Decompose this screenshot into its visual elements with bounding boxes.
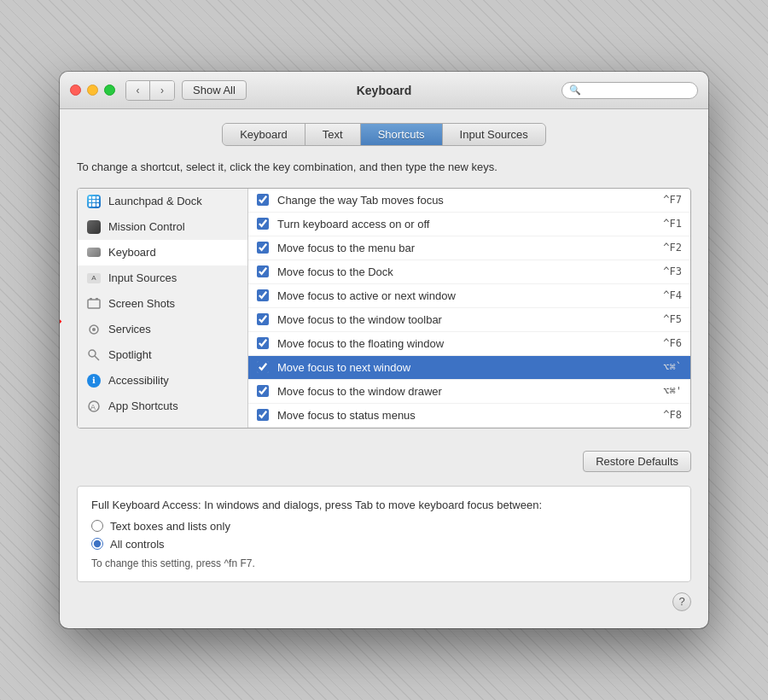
shortcut-label-2: Move focus to the menu bar — [277, 242, 663, 254]
main-panel: Launchpad & Dock Mission Control Keyboar… — [77, 188, 691, 429]
screenshots-icon — [86, 296, 102, 312]
shortcut-check-8[interactable] — [257, 385, 269, 397]
shortcut-label-3: Move focus to the Dock — [277, 265, 663, 278]
sidebar-item-services[interactable]: Services — [78, 317, 247, 342]
titlebar: ‹ › Show All Keyboard 🔍 — [60, 72, 708, 109]
search-input[interactable] — [585, 85, 687, 96]
keyboard-access-title: Full Keyboard Access: In windows and dia… — [91, 499, 677, 511]
sidebar: Launchpad & Dock Mission Control Keyboar… — [78, 189, 248, 428]
shortcut-row[interactable]: Move focus to the menu bar ^F2 — [248, 236, 690, 260]
shortcut-check-5[interactable] — [257, 313, 269, 325]
keyboard-window: ‹ › Show All Keyboard 🔍 Keyboard Text Sh… — [60, 72, 708, 627]
shortcut-key-7: ⌥⌘` — [663, 361, 682, 373]
shortcut-key-8: ⌥⌘' — [663, 385, 682, 397]
radio-all-controls[interactable]: All controls — [91, 538, 677, 551]
restore-defaults-button[interactable]: Restore Defaults — [583, 451, 691, 472]
sidebar-item-input-sources[interactable]: A Input Sources — [78, 265, 247, 291]
keyboard-access-panel: Full Keyboard Access: In windows and dia… — [77, 486, 691, 582]
instruction-text: To change a shortcut, select it, click t… — [77, 160, 691, 175]
shortcut-row[interactable]: Change the way Tab moves focus ^F7 — [248, 189, 690, 213]
sidebar-item-mission-control[interactable]: Mission Control — [78, 214, 247, 240]
radio-text-boxes-label: Text boxes and lists only — [110, 520, 230, 533]
tab-keyboard[interactable]: Keyboard — [223, 124, 305, 145]
sidebar-label-app-shortcuts: App Shortcuts — [108, 400, 178, 412]
sidebar-item-keyboard[interactable]: Keyboard — [78, 240, 247, 265]
input-sources-icon: A — [86, 271, 102, 286]
tab-input-sources[interactable]: Input Sources — [443, 124, 545, 145]
sidebar-label-input-sources: Input Sources — [108, 271, 177, 284]
shortcut-key-1: ^F1 — [663, 218, 682, 230]
sidebar-label-accessibility: Accessibility — [108, 374, 169, 387]
svg-point-5 — [89, 350, 96, 357]
back-button[interactable]: ‹ — [126, 81, 150, 100]
sidebar-item-screenshots[interactable]: Screen Shots — [78, 291, 247, 317]
sidebar-item-accessibility[interactable]: ℹ Accessibility — [78, 368, 247, 394]
sidebar-item-spotlight[interactable]: Spotlight — [78, 342, 247, 368]
app-shortcuts-icon: A — [86, 399, 102, 414]
launchpad-icon — [86, 194, 102, 209]
services-icon — [86, 322, 102, 337]
radio-all-controls-label: All controls — [110, 538, 165, 551]
shortcut-label-5: Move focus to the window toolbar — [277, 313, 663, 326]
shortcut-key-0: ^F7 — [663, 194, 682, 206]
shortcut-check-7[interactable] — [257, 361, 269, 373]
shortcut-label-1: Turn keyboard access on or off — [277, 218, 663, 230]
shortcut-row[interactable]: Move focus to active or next window ^F4 — [248, 284, 690, 308]
shortcut-row[interactable]: Turn keyboard access on or off ^F1 — [248, 213, 690, 236]
shortcut-label-9: Move focus to status menus — [277, 409, 663, 422]
shortcut-row[interactable]: Move focus to the Dock ^F3 — [248, 260, 690, 284]
shortcut-key-3: ^F3 — [663, 265, 682, 277]
radio-text-boxes-input[interactable] — [91, 520, 103, 532]
radio-text-boxes[interactable]: Text boxes and lists only — [91, 520, 677, 533]
shortcut-check-3[interactable] — [257, 265, 269, 277]
forward-button[interactable]: › — [150, 81, 174, 100]
shortcut-row-selected[interactable]: Move focus to next window ⌥⌘` ⬅ — [248, 356, 690, 380]
svg-rect-2 — [96, 298, 98, 300]
shortcut-check-2[interactable] — [257, 242, 269, 254]
help-button[interactable]: ? — [672, 592, 691, 611]
maximize-button[interactable] — [104, 85, 115, 96]
spotlight-icon — [86, 347, 102, 363]
shortcut-label-4: Move focus to active or next window — [277, 289, 663, 302]
sidebar-label-mission: Mission Control — [108, 220, 185, 233]
shortcut-row[interactable]: Move focus to status menus ^F8 — [248, 404, 690, 428]
shortcut-label-6: Move focus to the floating window — [277, 337, 663, 350]
tab-shortcuts[interactable]: Shortcuts — [361, 124, 443, 145]
search-box: 🔍 — [561, 82, 698, 99]
shortcut-row[interactable]: Move focus to the floating window ^F6 — [248, 332, 690, 356]
radio-all-controls-input[interactable] — [91, 538, 103, 550]
content-area: Keyboard Text Shortcuts Input Sources To… — [60, 109, 708, 627]
shortcuts-panel: Change the way Tab moves focus ^F7 Turn … — [248, 189, 690, 428]
shortcut-row[interactable]: Move focus to the window toolbar ^F5 — [248, 308, 690, 332]
sidebar-label-keyboard: Keyboard — [108, 246, 156, 259]
sidebar-label-spotlight: Spotlight — [108, 348, 152, 361]
sidebar-item-launchpad[interactable]: Launchpad & Dock — [78, 189, 247, 214]
sidebar-label-services: Services — [108, 323, 151, 335]
nav-buttons: ‹ › — [125, 80, 175, 101]
shortcut-check-4[interactable] — [257, 289, 269, 301]
shortcut-check-0[interactable] — [257, 194, 269, 206]
left-arrow: ➡ — [60, 306, 62, 335]
sidebar-item-app-shortcuts[interactable]: A App Shortcuts — [78, 394, 247, 419]
sidebar-label-screenshots: Screen Shots — [108, 297, 175, 310]
close-button[interactable] — [70, 85, 81, 96]
show-all-button[interactable]: Show All — [182, 80, 247, 100]
tabs-container: Keyboard Text Shortcuts Input Sources — [77, 123, 691, 146]
mission-control-icon — [86, 219, 102, 235]
tab-text[interactable]: Text — [305, 124, 361, 145]
minimize-button[interactable] — [87, 85, 98, 96]
shortcut-key-4: ^F4 — [663, 289, 682, 301]
shortcut-key-5: ^F5 — [663, 313, 682, 325]
shortcut-check-1[interactable] — [257, 218, 269, 230]
shortcut-label-0: Change the way Tab moves focus — [277, 194, 663, 207]
svg-rect-1 — [90, 298, 92, 300]
help-container: ? — [77, 592, 691, 611]
traffic-lights — [70, 85, 115, 96]
shortcut-check-6[interactable] — [257, 337, 269, 349]
shortcut-label-7: Move focus to next window — [277, 361, 663, 374]
keyboard-icon — [86, 245, 102, 260]
svg-rect-0 — [88, 300, 100, 308]
shortcut-check-9[interactable] — [257, 409, 269, 421]
shortcut-row[interactable]: Move focus to the window drawer ⌥⌘' — [248, 380, 690, 404]
shortcut-label-8: Move focus to the window drawer — [277, 385, 663, 398]
